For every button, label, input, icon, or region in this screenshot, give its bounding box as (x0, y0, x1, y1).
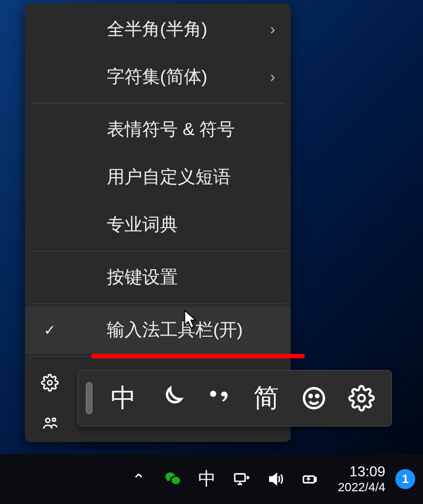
chevron-right-icon: › (267, 68, 278, 86)
menu-item-ime-toolbar-toggle[interactable]: ✓ 输入法工具栏(开) (25, 306, 291, 354)
drag-handle-icon[interactable] (86, 382, 92, 414)
tray-network-icon[interactable] (229, 467, 254, 491)
tray-battery-icon[interactable] (298, 467, 322, 491)
menu-label: 用户自定义短语 (35, 165, 278, 189)
feedback-icon (35, 415, 65, 431)
svg-rect-10 (314, 477, 316, 481)
clock-date: 2022/4/4 (338, 480, 385, 494)
tray-wechat-icon[interactable] (161, 467, 185, 491)
menu-item-emoji-symbols[interactable]: 表情符号 & 符号 (25, 106, 291, 153)
ime-settings-icon[interactable] (339, 376, 384, 420)
annotation-underline (91, 354, 305, 358)
notifications-badge[interactable]: 1 (395, 469, 415, 489)
menu-item-fullhalfwidth[interactable]: 全半角(半角) › (25, 6, 291, 53)
svg-point-5 (309, 395, 312, 397)
ime-emoji-icon[interactable] (292, 376, 336, 420)
chevron-up-icon: ⌄ (132, 470, 146, 489)
windows-taskbar: ⌄ 中 13:09 2022/4/4 1 (0, 454, 423, 504)
menu-separator (30, 304, 285, 304)
menu-label: 输入法工具栏(开) (35, 318, 278, 342)
tray-overflow-button[interactable]: ⌄ (126, 467, 151, 491)
tray-ime-indicator[interactable]: 中 (195, 467, 219, 491)
menu-label: 按键设置 (35, 265, 278, 290)
menu-item-hotkeys[interactable]: 按键设置 (25, 254, 291, 301)
svg-point-2 (53, 418, 56, 421)
menu-label: 专业词典 (35, 213, 278, 237)
ime-floating-toolbar[interactable]: 中 简 (78, 370, 392, 426)
tray-volume-icon[interactable] (264, 467, 288, 491)
ime-mode-chinese[interactable]: 中 (101, 376, 146, 420)
menu-separator (30, 251, 285, 251)
menu-item-pro-dict[interactable]: 专业词典 (25, 201, 291, 249)
menu-separator (30, 103, 285, 104)
menu-item-user-phrases[interactable]: 用户自定义短语 (25, 153, 291, 201)
svg-point-4 (304, 388, 324, 408)
taskbar-clock[interactable]: 13:09 2022/4/4 (332, 464, 385, 494)
menu-label: 字符集(简体) (35, 65, 267, 89)
menu-label: 表情符号 & 符号 (35, 117, 278, 142)
svg-rect-8 (235, 474, 245, 481)
svg-point-6 (316, 395, 318, 397)
ime-punctuation-icon[interactable] (197, 376, 241, 420)
ime-halfmoon-icon[interactable] (149, 376, 193, 420)
clock-time: 13:09 (349, 464, 385, 480)
svg-point-7 (358, 395, 365, 402)
menu-label: 全半角(半角) (35, 17, 267, 42)
svg-point-1 (46, 418, 50, 423)
menu-item-charset[interactable]: 字符集(简体) › (25, 53, 291, 101)
chevron-right-icon: › (267, 20, 278, 38)
ime-charset-simplified[interactable]: 简 (244, 376, 288, 420)
svg-point-3 (210, 390, 216, 397)
